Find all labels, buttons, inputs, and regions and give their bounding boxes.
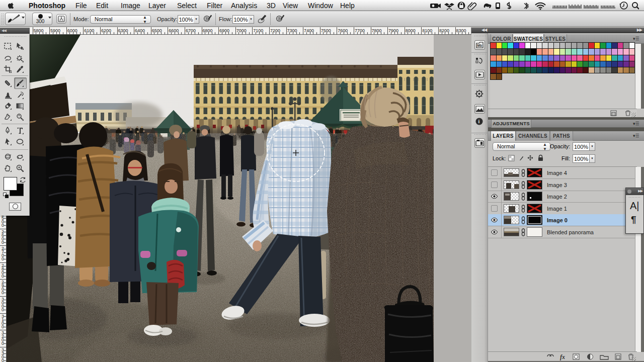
svg-text:Mb: Mb [477,44,482,47]
svg-text:fx: fx [560,353,565,360]
svg-text:i: i [478,119,480,124]
